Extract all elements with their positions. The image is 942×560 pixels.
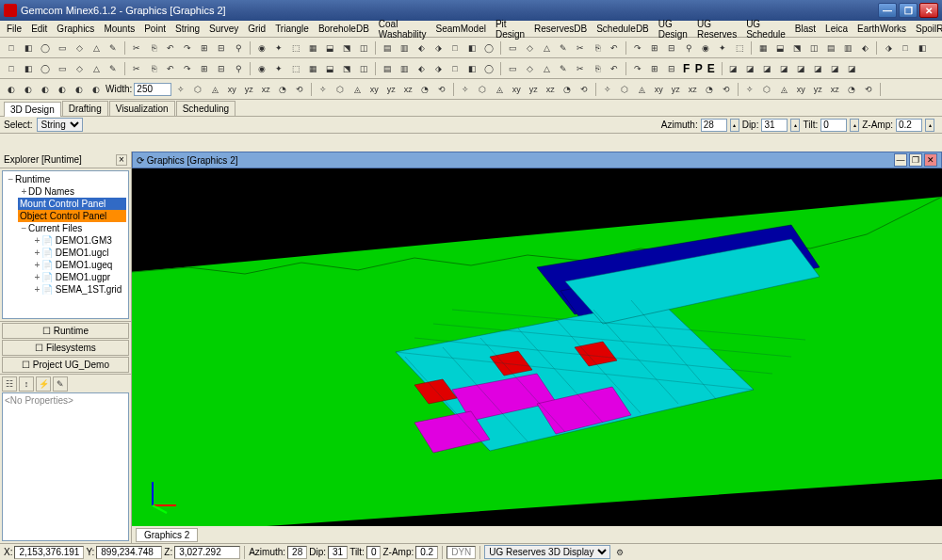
- tree-file[interactable]: +📄 SEMA_1ST.grid: [31, 283, 126, 296]
- toolbar-button[interactable]: xz: [400, 82, 415, 97]
- toolbar-button[interactable]: ▦: [755, 40, 771, 56]
- menu-ug-schedule[interactable]: UG Schedule: [741, 18, 790, 40]
- toolbar-button[interactable]: yz: [526, 82, 541, 97]
- menu-triangle[interactable]: Triangle: [270, 23, 314, 35]
- toolbar-button[interactable]: ▭: [55, 40, 70, 56]
- toolbar-button[interactable]: ◫: [356, 61, 371, 76]
- toolbar-button[interactable]: ⚲: [231, 61, 246, 76]
- toolbar-button[interactable]: ◯: [481, 40, 496, 56]
- toolbar-button[interactable]: ✎: [106, 61, 121, 76]
- prop-btn-3[interactable]: ⚡: [36, 376, 51, 392]
- tree-node-mount-control[interactable]: Mount Control Panel: [18, 198, 126, 210]
- menu-string[interactable]: String: [171, 23, 204, 35]
- menu-spoilregrade[interactable]: SpoilRegrade: [911, 23, 942, 35]
- toolbar-button[interactable]: xy: [509, 82, 524, 97]
- toolbar-button[interactable]: ◪: [811, 61, 826, 76]
- toolbar-button[interactable]: ◬: [776, 82, 791, 97]
- toolbar-button[interactable]: ▥: [840, 40, 855, 56]
- menu-boreholedb[interactable]: BoreholeDB: [314, 23, 374, 35]
- display-settings-icon[interactable]: ⚙: [612, 545, 627, 560]
- toolbar-button[interactable]: ▦: [305, 40, 320, 56]
- toolbar-button[interactable]: yz: [668, 82, 683, 97]
- toolbar-button[interactable]: ◪: [777, 61, 792, 76]
- toolbar-button[interactable]: xz: [543, 82, 558, 97]
- tree-file[interactable]: +📄 DEMO1.ugeq: [31, 259, 126, 271]
- toolbar-button[interactable]: ◯: [481, 61, 496, 76]
- toolbar-button[interactable]: ⟲: [292, 82, 307, 97]
- toolbar-button[interactable]: ⎘: [146, 61, 161, 76]
- toolbar-button[interactable]: ✧: [742, 82, 757, 97]
- toolbar-button[interactable]: ◪: [726, 61, 741, 76]
- toolbar-button[interactable]: ◇: [72, 61, 87, 76]
- menu-graphics[interactable]: Graphics: [52, 23, 99, 35]
- menu-scheduledb[interactable]: ScheduleDB: [592, 23, 654, 35]
- azimuth-spin[interactable]: ▴: [730, 119, 739, 132]
- dip-input[interactable]: [761, 119, 788, 132]
- toolbar-button[interactable]: ◔: [702, 82, 717, 97]
- toolbar-button[interactable]: yz: [383, 82, 398, 97]
- toolbar-button[interactable]: ◧: [21, 40, 36, 56]
- toolbar-button[interactable]: ◔: [844, 82, 859, 97]
- prop-btn-4[interactable]: ✎: [53, 376, 68, 392]
- toolbar-button[interactable]: yz: [241, 82, 256, 97]
- toolbar-button[interactable]: ◇: [522, 61, 537, 76]
- toolbar-button[interactable]: ▦: [305, 61, 320, 76]
- tree-file[interactable]: +📄 DEMO1.GM3: [31, 234, 126, 247]
- toolbar-button[interactable]: ◐: [21, 82, 36, 97]
- toolbar-button[interactable]: ◐: [55, 82, 70, 97]
- toolbar-button[interactable]: ◪: [794, 61, 809, 76]
- toolbar-button[interactable]: ◫: [356, 40, 371, 56]
- menu-survey[interactable]: Survey: [204, 23, 243, 35]
- toolbar-button[interactable]: ▤: [380, 61, 395, 76]
- toolbar-button[interactable]: ✂: [573, 40, 588, 56]
- toolbar-button[interactable]: ⬡: [333, 82, 348, 97]
- toolbar-button[interactable]: ◐: [89, 82, 104, 97]
- toolbar-button[interactable]: ▤: [380, 40, 395, 56]
- toolbar-button[interactable]: ▭: [505, 61, 520, 76]
- tree-file[interactable]: +📄 DEMO1.ugcl: [31, 247, 126, 259]
- toolbar-button[interactable]: ◇: [522, 40, 537, 56]
- toolbar-button[interactable]: ◬: [634, 82, 649, 97]
- toolbar-button[interactable]: □: [447, 40, 463, 56]
- prop-btn-1[interactable]: ☷: [2, 376, 17, 392]
- toolbar-button[interactable]: ⬡: [475, 82, 490, 97]
- toolbar-button[interactable]: ⊟: [664, 61, 679, 76]
- toolbar-button[interactable]: xz: [685, 82, 700, 97]
- toolbar-button[interactable]: ◐: [72, 82, 87, 97]
- toolbar-button[interactable]: ✂: [129, 61, 144, 76]
- toolbar-button[interactable]: ⬓: [322, 61, 337, 76]
- toolbar-button[interactable]: ↷: [630, 40, 645, 56]
- menu-reservesdb[interactable]: ReservesDB: [529, 23, 592, 35]
- toolbar-button[interactable]: ⬖: [414, 40, 429, 56]
- toolbar-button[interactable]: ✦: [271, 61, 286, 76]
- toolbar-button[interactable]: △: [89, 61, 104, 76]
- toolbar-button[interactable]: ✦: [271, 40, 286, 56]
- prop-btn-2[interactable]: ↕: [19, 376, 34, 392]
- tree-root[interactable]: −Runtime: [5, 173, 126, 185]
- toolbar-button[interactable]: △: [89, 40, 104, 56]
- toolbar-button[interactable]: ✦: [715, 40, 730, 56]
- toolbar-button[interactable]: ◔: [560, 82, 575, 97]
- toolbar-button[interactable]: ⬚: [288, 61, 303, 76]
- display-mode-select[interactable]: UG Reserves 3D Display: [484, 545, 610, 559]
- toolbar-button[interactable]: ⬗: [430, 61, 446, 76]
- toolbar-button[interactable]: ◐: [38, 82, 53, 97]
- toolbar-button[interactable]: ⊟: [214, 40, 229, 56]
- mode-tab-3d-design[interactable]: 3D Design: [4, 102, 61, 117]
- menu-coal-washability[interactable]: Coal Washability: [374, 18, 431, 40]
- toolbar-button[interactable]: xz: [258, 82, 273, 97]
- menu-earthworks[interactable]: EarthWorks: [853, 23, 911, 35]
- toolbar-button[interactable]: ✎: [556, 40, 571, 56]
- toolbar-button[interactable]: ⬔: [339, 40, 354, 56]
- toolbar-button[interactable]: ⬡: [617, 82, 632, 97]
- dip-spin[interactable]: ▴: [790, 119, 800, 132]
- toolbar-button[interactable]: ◧: [464, 40, 479, 56]
- toolbar-button[interactable]: ▥: [397, 61, 412, 76]
- toolbar-button[interactable]: ◪: [845, 61, 860, 76]
- tree-node-current-files[interactable]: −Current Files: [18, 222, 126, 234]
- toolbar-button[interactable]: ◧: [21, 61, 36, 76]
- toolbar-button[interactable]: ⬓: [772, 40, 788, 56]
- tree-node-object-control[interactable]: Object Control Panel: [18, 210, 126, 222]
- toolbar-button[interactable]: ⬔: [789, 40, 804, 56]
- toolbar-button[interactable]: ✧: [600, 82, 615, 97]
